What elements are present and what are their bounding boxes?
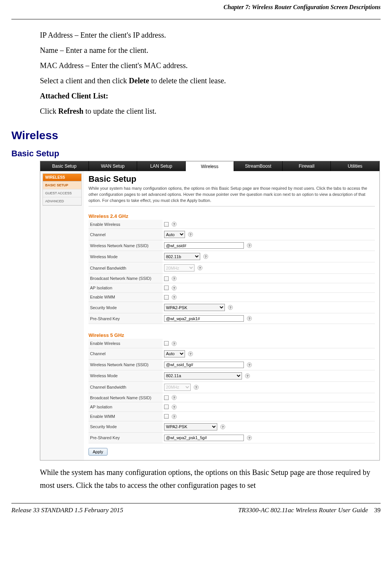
sidebar-item-advanced[interactable]: ADVANCED [43,197,81,205]
router-screenshot: Basic Setup WAN Setup LAN Setup Wireless… [40,161,380,460]
body-paragraph: Click Refresh to update the client list. [40,105,373,117]
label-enable-wmm: Enable WMM [89,411,163,421]
label-security-mode: Security Mode [89,302,163,313]
select-bw-24: 20MHz [164,264,194,272]
chapter-header: Chapter 7: Wireless Router Configuration… [11,4,381,12]
footer-title: TR3300-AC 802.11ac Wireless Router User … [238,506,368,514]
tab-wireless[interactable]: Wireless [186,161,234,171]
help-icon[interactable]: ? [172,341,177,346]
label-psk: Pre-Shared Key [89,313,163,324]
sidebar: WIRELESS BASIC SETUP GUEST ACCESS ADVANC… [40,171,84,460]
label-enable-wmm: Enable WMM [89,292,163,302]
section-5ghz-heading: Wireless 5 GHz [89,332,375,338]
tab-wan-setup[interactable]: WAN Setup [89,161,138,171]
sidebar-item-guest-access[interactable]: GUEST ACCESS [43,189,81,197]
help-icon[interactable]: ? [247,435,252,440]
help-icon[interactable]: ? [198,265,202,270]
checkbox-ap-24[interactable] [164,286,169,290]
help-icon[interactable]: ? [172,405,177,410]
label-ssid: Wireless Network Name (SSID) [89,359,163,370]
checkbox-broadcast-24[interactable] [164,276,169,281]
help-icon[interactable]: ? [172,222,177,227]
help-icon[interactable]: ? [188,232,193,237]
help-icon[interactable]: ? [188,351,193,356]
heading-basic-setup: Basic Setup [11,149,381,159]
help-icon[interactable]: ? [172,295,177,300]
body-paragraph: Attached Client List: [40,89,373,102]
panel-title: Basic Setup [89,174,375,184]
form-5ghz: Enable Wireless ? Channel Auto? Wireless… [89,339,375,443]
footer-page-number: 39 [374,506,381,514]
section-24ghz-heading: Wireless 2.4 GHz [89,213,375,219]
body-paragraph: Select a client and then click Delete to… [40,74,373,87]
panel-description: While your system has many configuration… [89,186,375,204]
help-icon[interactable]: ? [172,414,177,419]
input-psk-5[interactable] [164,435,244,441]
body-paragraph: MAC Address – Enter the client's MAC add… [40,59,373,72]
header-rule [11,19,381,19]
label-broadcast-ssid: Broadcast Network Name (SSID) [89,274,163,283]
apply-button[interactable]: Apply [89,448,107,456]
select-channel-24[interactable]: Auto [164,231,185,238]
label-ap-isolation: AP Isolation [89,283,163,293]
help-icon[interactable]: ? [220,424,225,429]
label-channel-bandwidth: Channel Bandwidth [89,381,163,393]
label-security-mode: Security Mode [89,421,163,432]
label-ap-isolation: AP Isolation [89,402,163,412]
label-wireless-mode: Wireless Mode [89,251,163,262]
footer-left: Release 33 STANDARD 1.5 February 2015 [11,506,123,514]
help-icon[interactable]: ? [245,373,250,378]
help-icon[interactable]: ? [172,286,177,291]
tab-lan-setup[interactable]: LAN Setup [137,161,186,171]
label-channel-bandwidth: Channel Bandwidth [89,262,163,274]
sidebar-item-basic-setup[interactable]: BASIC SETUP [43,181,81,189]
checkbox-broadcast-5[interactable] [164,395,169,400]
input-ssid-24[interactable] [164,242,244,249]
select-bw-5: 20MHz [164,384,191,391]
select-security-24[interactable]: WPA2-PSK [164,304,225,311]
label-wireless-mode: Wireless Mode [89,370,163,381]
help-icon[interactable]: ? [247,243,252,248]
heading-wireless: Wireless [11,129,381,142]
tab-streamboost[interactable]: StreamBoost [234,161,283,171]
label-psk: Pre-Shared Key [89,432,163,443]
label-broadcast-ssid: Broadcast Network Name (SSID) [89,393,163,402]
help-icon[interactable]: ? [194,385,199,390]
label-ssid: Wireless Network Name (SSID) [89,240,163,251]
help-icon[interactable]: ? [172,276,177,281]
select-security-5[interactable]: WPA2-PSK [164,423,217,430]
help-icon[interactable]: ? [247,362,252,367]
body-paragraph: IP Address – Enter the client's IP addre… [40,29,373,41]
label-enable-wireless: Enable Wireless [89,220,163,229]
tab-basic-setup[interactable]: Basic Setup [40,161,89,171]
select-mode-24[interactable]: 802.11b [164,253,200,260]
tab-utilities[interactable]: Utilities [331,161,379,171]
checkbox-ap-5[interactable] [164,405,169,409]
input-ssid-5[interactable] [164,362,244,368]
top-nav-tabs: Basic Setup WAN Setup LAN Setup Wireless… [40,161,379,171]
divider [89,206,375,206]
label-channel: Channel [89,348,163,359]
tab-firewall[interactable]: Firewall [283,161,331,171]
help-icon[interactable]: ? [247,316,252,321]
checkbox-wmm-5[interactable] [164,414,169,419]
body-paragraph: While the system has many configuration … [40,466,373,492]
form-24ghz: Enable Wireless ? Channel Auto? Wireless… [89,220,375,324]
input-psk-24[interactable] [164,315,244,322]
checkbox-enable-wireless-24[interactable] [164,222,169,227]
label-enable-wireless: Enable Wireless [89,339,163,348]
checkbox-enable-wireless-5[interactable] [164,341,169,346]
sidebar-heading: WIRELESS [43,174,81,181]
label-channel: Channel [89,229,163,240]
checkbox-wmm-24[interactable] [164,295,169,300]
body-paragraph: Name – Enter a name for the client. [40,44,373,57]
help-icon[interactable]: ? [172,395,177,400]
select-mode-5[interactable]: 802.11a [164,372,242,379]
help-icon[interactable]: ? [228,305,233,310]
select-channel-5[interactable]: Auto [164,350,185,357]
help-icon[interactable]: ? [203,254,208,259]
